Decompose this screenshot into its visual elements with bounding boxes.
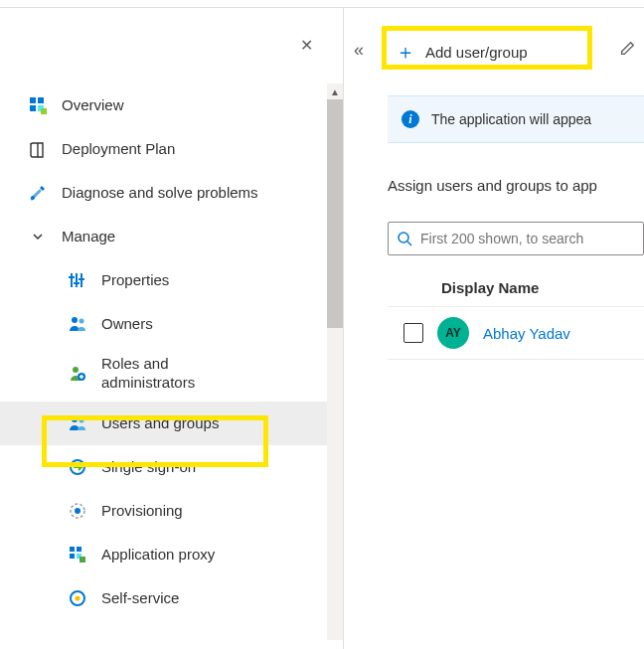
add-user-group-button[interactable]: ＋ Add user/group [388,36,536,68]
svg-rect-11 [79,278,84,280]
svg-rect-10 [74,282,80,284]
nav-label: Manage [62,228,115,246]
search-input[interactable] [420,231,635,246]
nav-deployment-plan[interactable]: Deployment Plan [0,127,343,171]
svg-rect-4 [41,108,47,114]
row-checkbox[interactable] [403,323,423,343]
nav-manage-sub: Properties Owners Roles and administrato… [0,258,343,620]
nav-provisioning[interactable]: Provisioning [0,489,343,533]
svg-point-13 [80,319,84,324]
svg-point-16 [72,416,78,422]
nav-label: Self-service [101,589,179,608]
nav-self-service[interactable]: Self-service [0,576,343,620]
collapse-sidebar-icon[interactable]: « [354,40,364,61]
svg-point-28 [399,233,408,243]
roles-icon [68,364,87,384]
command-bar: ＋ Add user/group [344,32,644,72]
description-text: Assign users and groups to app [388,177,644,194]
svg-rect-25 [80,557,85,563]
svg-point-17 [80,418,84,423]
avatar: AY [437,317,469,349]
nav-owners[interactable]: Owners [0,302,343,346]
scrollbar[interactable]: ▲ [327,83,343,640]
nav-label: Roles and administrators [101,355,250,393]
nav-diagnose[interactable]: Diagnose and solve problems [0,171,343,215]
nav-label: Deployment Plan [62,140,175,159]
nav-label: Owners [101,315,153,334]
owners-icon [68,314,87,334]
assignments-table: Display Name AY Abhay Yadav [388,269,644,360]
nav-list: Overview Deployment Plan Diagnose and so… [0,83,343,258]
col-display-name[interactable]: Display Name [388,269,644,307]
info-icon: i [402,110,419,128]
nav-roles[interactable]: Roles and administrators [0,346,343,402]
nav-manage-expander[interactable]: Manage [0,215,343,258]
chevron-down-icon [28,227,48,246]
sidebar: ✕ Overview Deployment Plan Diagnose and … [0,8,343,649]
svg-rect-9 [69,276,75,278]
users-groups-icon [68,413,87,433]
close-icon[interactable]: ✕ [300,38,313,54]
sso-icon [68,457,87,477]
svg-point-5 [31,196,35,200]
nav-label: Properties [101,271,169,290]
tools-icon [28,183,48,203]
svg-rect-0 [30,97,36,103]
edit-icon[interactable] [618,40,636,61]
proxy-icon [68,545,87,565]
svg-rect-7 [76,273,78,287]
svg-point-12 [72,317,78,323]
svg-point-27 [76,596,80,601]
self-service-icon [68,588,87,608]
provisioning-icon [68,501,87,521]
svg-rect-2 [30,105,36,111]
banner-text: The application will appea [431,111,591,127]
nav-label: Application proxy [101,546,215,565]
svg-point-20 [75,508,80,514]
nav-overview[interactable]: Overview [0,83,343,127]
nav-label: Single sign-on [101,458,196,477]
nav-label: Provisioning [101,502,183,521]
nav-users-groups[interactable]: Users and groups [0,402,343,445]
properties-icon [68,270,87,290]
svg-rect-23 [70,554,75,559]
plus-icon: ＋ [396,42,415,62]
scroll-up-arrow[interactable]: ▲ [327,83,343,99]
svg-point-14 [73,367,79,373]
nav-label: Overview [62,96,124,115]
main-content: « ＋ Add user/group i The application wil… [343,8,644,649]
row-display-name[interactable]: Abhay Yadav [483,325,570,342]
svg-rect-6 [71,273,73,287]
svg-rect-22 [77,547,81,552]
cmd-label: Add user/group [425,44,528,61]
overview-icon [28,95,48,115]
nav-app-proxy[interactable]: Application proxy [0,533,343,576]
svg-rect-1 [38,97,44,103]
table-row[interactable]: AY Abhay Yadav [388,307,644,360]
book-icon [28,139,48,159]
nav-properties[interactable]: Properties [0,258,343,302]
search-icon [397,231,412,246]
scroll-thumb[interactable] [327,99,343,328]
info-banner: i The application will appea [388,95,644,143]
nav-sso[interactable]: Single sign-on [0,445,343,489]
svg-rect-21 [70,547,75,552]
nav-label: Diagnose and solve problems [62,184,258,203]
search-box[interactable] [388,222,644,255]
nav-label: Users and groups [101,414,219,433]
